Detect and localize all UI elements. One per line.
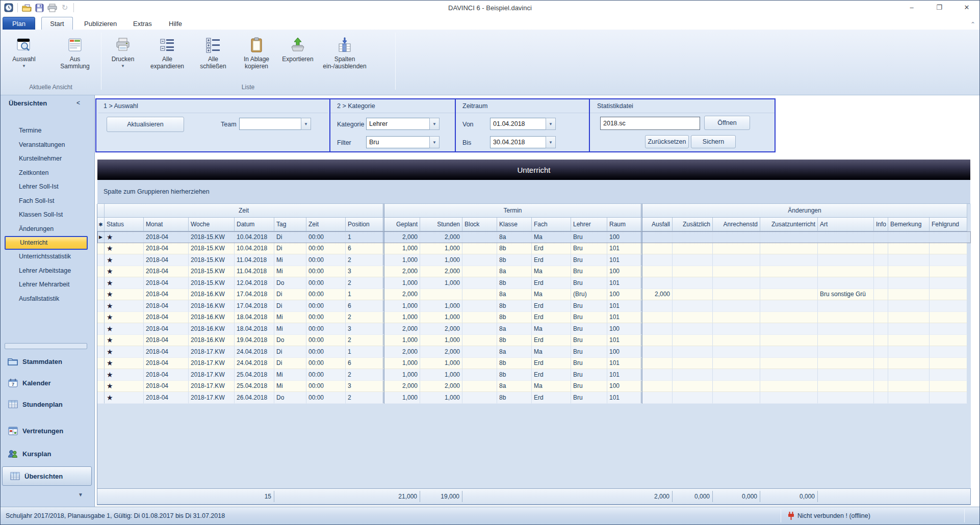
- column-header-indicator[interactable]: ✱: [97, 218, 105, 231]
- von-date-field[interactable]: 01.04.2018: [490, 118, 546, 130]
- app-logo-icon[interactable]: [4, 3, 14, 13]
- table-row[interactable]: ★2018-042018-16.KW17.04.2018Di00:0012,00…: [97, 289, 971, 301]
- von-date-arrow-icon[interactable]: ▼: [546, 118, 556, 130]
- tab-plan[interactable]: Plan: [3, 17, 35, 30]
- sidebar-item-zeitkonten[interactable]: Zeitkonten: [1, 166, 95, 180]
- sidebar-item-ausfallstatistik[interactable]: Ausfallstatistik: [1, 292, 95, 306]
- column-header-info[interactable]: Info: [874, 218, 888, 231]
- sidebar-item-unterricht[interactable]: Unterricht: [5, 236, 88, 250]
- column-header-geplant[interactable]: Geplant: [384, 218, 420, 231]
- table-row[interactable]: ★2018-042018-17.KW26.04.2018Do00:0021,00…: [97, 392, 971, 404]
- module-kursplan[interactable]: Kursplan: [1, 446, 95, 461]
- column-header-fehlgrund[interactable]: Fehlgrund: [930, 218, 967, 231]
- group-by-band[interactable]: Spalte zum Gruppieren hierherziehen: [97, 180, 970, 204]
- module-uebersichten[interactable]: Übersichten: [2, 466, 92, 486]
- kategorie-select[interactable]: Lehrer: [366, 118, 430, 130]
- table-row[interactable]: ★2018-042018-15.KW11.04.2018Mi00:0021,00…: [97, 254, 971, 266]
- column-header-ausfall[interactable]: Ausfall: [642, 218, 673, 231]
- cell-zeit: 00:00: [306, 266, 346, 278]
- sidebar-item-veranstaltungen[interactable]: Veranstaltungen: [1, 138, 95, 152]
- column-header-zusaetzlich[interactable]: Zusätzlich: [673, 218, 713, 231]
- tab-extras[interactable]: Extras: [127, 17, 158, 30]
- module-kalender[interactable]: 7 Kalender: [1, 375, 95, 390]
- column-header-monat[interactable]: Monat: [144, 218, 189, 231]
- column-header-block[interactable]: Block: [462, 218, 497, 231]
- column-header-lehrer[interactable]: Lehrer: [571, 218, 607, 231]
- band-header-termin[interactable]: Termin: [384, 204, 642, 218]
- print-icon[interactable]: [47, 3, 57, 13]
- footer-cell: [874, 491, 888, 502]
- band-header-änderungen[interactable]: Änderungen: [642, 204, 967, 218]
- sidebar-splitter-handle[interactable]: [5, 343, 87, 349]
- column-header-zusatzunterricht[interactable]: Zusatzunterricht: [760, 218, 818, 231]
- column-header-bemerkung[interactable]: Bemerkung: [888, 218, 930, 231]
- column-header-zeit[interactable]: Zeit: [306, 218, 346, 231]
- cell-status: ★: [105, 323, 144, 335]
- band-header-zeit[interactable]: Zeit: [105, 204, 384, 218]
- column-header-woche[interactable]: Woche: [189, 218, 235, 231]
- module-stammdaten[interactable]: Stammdaten: [1, 354, 95, 369]
- table-row[interactable]: ★2018-042018-15.KW12.04.2018Do00:0021,00…: [97, 277, 971, 289]
- cell-zusatzunterricht: [760, 254, 818, 266]
- column-header-art[interactable]: Art: [818, 218, 874, 231]
- column-header-raum[interactable]: Raum: [607, 218, 642, 231]
- tab-start[interactable]: Start: [41, 17, 73, 30]
- close-button[interactable]: ✕: [958, 2, 975, 13]
- table-row[interactable]: ▶★2018-042018-15.KW10.04.2018Di00:0012,0…: [97, 231, 971, 243]
- table-row[interactable]: ★2018-042018-17.KW25.04.2018Mi00:0021,00…: [97, 369, 971, 381]
- sichern-button[interactable]: Sichern: [691, 135, 736, 148]
- sidebar-item-lehrer-arbeitstage[interactable]: Lehrer Arbeitstage: [1, 264, 95, 278]
- column-header-position[interactable]: Position: [346, 218, 384, 231]
- tab-publizieren[interactable]: Publizieren: [78, 17, 123, 30]
- sidebar-item--nderungen[interactable]: Änderungen: [1, 222, 95, 237]
- zuruecksetzen-button[interactable]: Zurücksetzen: [645, 135, 689, 148]
- table-row[interactable]: ★2018-042018-17.KW24.04.2018Di00:0061,00…: [97, 358, 971, 370]
- tab-hilfe[interactable]: Hilfe: [163, 17, 188, 30]
- team-select-arrow-icon[interactable]: ▼: [301, 118, 311, 130]
- column-header-anrechenstd[interactable]: Anrechenstd: [713, 218, 760, 231]
- sidebar-item-lehrer-soll-ist[interactable]: Lehrer Soll-Ist: [1, 180, 95, 194]
- bis-date-field[interactable]: 30.04.2018: [490, 136, 546, 148]
- bis-date-arrow-icon[interactable]: ▼: [546, 136, 556, 148]
- column-header-tag[interactable]: Tag: [274, 218, 306, 231]
- table-row[interactable]: ★2018-042018-15.KW11.04.2018Mi00:0032,00…: [97, 266, 971, 278]
- sidebar-item-unterrichtsstatistik[interactable]: Unterrichtsstatistik: [1, 250, 95, 264]
- sidebar-item-klassen-soll-ist[interactable]: Klassen Soll-Ist: [1, 208, 95, 222]
- filter-select-arrow-icon[interactable]: ▼: [429, 136, 440, 148]
- sidebar-item-kursteilnehmer[interactable]: Kursteilnehmer: [1, 152, 95, 166]
- table-row[interactable]: ★2018-042018-16.KW18.04.2018Mi00:0032,00…: [97, 323, 971, 335]
- oeffnen-button[interactable]: Öffnen: [704, 116, 750, 130]
- module-vertretungen[interactable]: Vertretungen: [1, 423, 95, 438]
- band-header-indicator[interactable]: [97, 204, 105, 218]
- table-row[interactable]: ★2018-042018-16.KW17.04.2018Di00:0061,00…: [97, 300, 971, 312]
- column-header-fach[interactable]: Fach: [532, 218, 571, 231]
- sidebar-config-chevron-icon[interactable]: ▼: [78, 492, 83, 497]
- offline-text: Nicht verbunden ! (offline): [797, 512, 870, 519]
- table-row[interactable]: ★2018-042018-15.KW10.04.2018Di00:0061,00…: [97, 243, 971, 255]
- open-folder-icon[interactable]: [21, 3, 32, 13]
- column-header-stunden[interactable]: Stunden: [420, 218, 462, 231]
- table-row[interactable]: ★2018-042018-17.KW24.04.2018Di00:0012,00…: [97, 346, 971, 358]
- module-stundenplan[interactable]: Stundenplan: [1, 397, 95, 412]
- cell-raum: 100: [607, 289, 642, 301]
- column-header-status[interactable]: Status: [105, 218, 144, 231]
- ribbon-collapse-chevron-icon[interactable]: ⌃: [970, 21, 975, 28]
- sidebar-item-fach-soll-ist[interactable]: Fach Soll-Ist: [1, 194, 95, 208]
- table-row[interactable]: ★2018-042018-16.KW18.04.2018Mi00:0021,00…: [97, 312, 971, 324]
- filter-select[interactable]: Bru: [366, 136, 430, 148]
- sidebar-collapse-icon[interactable]: <: [76, 99, 80, 107]
- save-icon[interactable]: [34, 3, 44, 13]
- kategorie-select-arrow-icon[interactable]: ▼: [429, 118, 440, 130]
- cell-fach: Ma: [532, 289, 571, 301]
- restore-button[interactable]: ❐: [931, 2, 948, 13]
- sidebar-item-termine[interactable]: Termine: [1, 124, 95, 138]
- column-header-klasse[interactable]: Klasse: [497, 218, 532, 231]
- table-row[interactable]: ★2018-042018-16.KW19.04.2018Do00:0021,00…: [97, 335, 971, 347]
- aktualisieren-button[interactable]: Aktualisieren: [107, 117, 184, 132]
- column-header-datum[interactable]: Datum: [235, 218, 274, 231]
- sidebar-item-lehrer-mehrarbeit[interactable]: Lehrer Mehrarbeit: [1, 278, 95, 292]
- minimize-button[interactable]: –: [903, 2, 920, 13]
- table-row[interactable]: ★2018-042018-17.KW25.04.2018Mi00:0032,00…: [97, 381, 971, 392]
- team-select[interactable]: [239, 118, 301, 130]
- statistikdatei-input[interactable]: 2018.sc: [600, 117, 700, 130]
